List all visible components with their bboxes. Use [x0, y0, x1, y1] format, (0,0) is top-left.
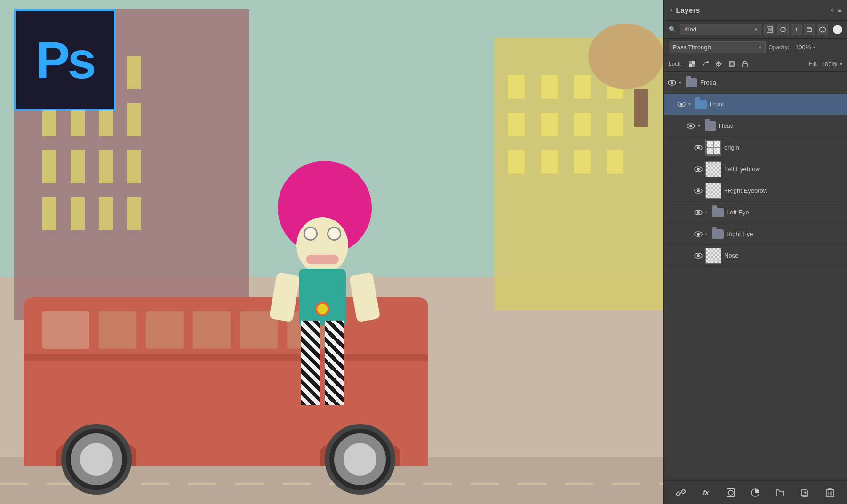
- svg-point-19: [697, 146, 700, 149]
- photoshop-logo: Ps: [14, 9, 115, 110]
- filter-kind-label: Kind: [684, 26, 696, 33]
- char-head: [296, 217, 348, 274]
- layer-row-right-eye[interactable]: › Right Eye: [664, 223, 847, 245]
- filter-bar: 🔍 Kind ▾ T: [664, 21, 847, 39]
- filter-adjustment-btn[interactable]: [777, 24, 789, 35]
- layer-row-freda[interactable]: ▾ Freda: [664, 72, 847, 94]
- layer-name-right-eyebrow: +Right Eyebrow: [724, 187, 767, 194]
- layers-list[interactable]: ▾ Freda ▾ Front ▾ Head: [664, 72, 847, 480]
- filter-smart-btn[interactable]: [817, 24, 828, 35]
- folder-icon-front: [695, 100, 707, 109]
- blend-dropdown-arrow: ▾: [759, 45, 761, 50]
- visibility-left-eye[interactable]: [693, 209, 703, 216]
- expand-front[interactable]: ▾: [688, 102, 694, 107]
- visibility-front[interactable]: [676, 101, 687, 108]
- layer-row-front[interactable]: ▾ Front: [664, 94, 847, 115]
- svg-point-27: [697, 233, 700, 236]
- panel-double-arrow[interactable]: »: [831, 7, 834, 14]
- add-layer-style-btn[interactable]: fx: [699, 486, 712, 499]
- lock-label: Lock:: [669, 61, 682, 67]
- new-adjustment-layer-btn[interactable]: [749, 486, 762, 499]
- visibility-origin[interactable]: [693, 144, 703, 151]
- char-arm-left: [269, 272, 301, 322]
- folder-icon-left-eye: [712, 208, 724, 217]
- svg-point-23: [697, 189, 700, 192]
- svg-point-29: [697, 254, 700, 257]
- layer-name-left-eyebrow: Left Eyebrow: [724, 165, 760, 173]
- lock-artboard-btn[interactable]: [727, 59, 737, 69]
- character-freda: [273, 161, 376, 480]
- filter-dropdown-arrow: ▾: [755, 27, 757, 32]
- opacity-value[interactable]: 100%: [791, 44, 811, 51]
- svg-rect-11: [743, 63, 747, 67]
- panel-close-btn[interactable]: ×: [670, 7, 673, 14]
- add-mask-btn[interactable]: [724, 486, 737, 499]
- blend-mode-dropdown[interactable]: Pass Through ▾: [669, 41, 766, 53]
- layer-name-origin: origin: [724, 144, 739, 151]
- layer-name-left-eye: Left Eye: [727, 209, 749, 216]
- svg-rect-3: [807, 28, 812, 32]
- visibility-left-eyebrow[interactable]: [693, 166, 703, 173]
- filter-icons-group: T: [764, 24, 828, 35]
- lock-checkerboard-btn[interactable]: [687, 59, 697, 69]
- filter-pixel-btn[interactable]: [764, 24, 775, 35]
- panel-header: × Layers » ≡: [664, 0, 847, 21]
- expand-left-eye[interactable]: ›: [705, 210, 711, 215]
- fill-arrow[interactable]: ▾: [840, 62, 842, 67]
- svg-rect-4: [689, 61, 692, 64]
- layer-row-right-eyebrow[interactable]: +Right Eyebrow: [664, 180, 847, 202]
- filter-type-btn[interactable]: T: [791, 24, 802, 35]
- filter-kind-dropdown[interactable]: Kind ▾: [680, 24, 761, 35]
- fx-label: fx: [703, 489, 709, 496]
- svg-point-21: [697, 168, 700, 171]
- layer-row-origin[interactable]: origin: [664, 137, 847, 158]
- tree-foliage: [588, 24, 663, 89]
- lock-move-btn[interactable]: [713, 59, 724, 69]
- blend-mode-label: Pass Through: [673, 44, 711, 51]
- layer-name-freda: Freda: [700, 79, 716, 86]
- expand-freda[interactable]: ▾: [679, 80, 685, 85]
- char-body: [299, 269, 346, 325]
- svg-rect-10: [730, 63, 733, 65]
- layer-name-front: Front: [710, 101, 724, 108]
- layer-name-head: Head: [719, 122, 734, 129]
- filter-toggle-btn[interactable]: [833, 25, 842, 34]
- filter-shape-btn[interactable]: [804, 24, 815, 35]
- blend-mode-bar: Pass Through ▾ Opacity: 100% ▾: [664, 39, 847, 56]
- fill-label: Fill:: [809, 61, 818, 67]
- layer-row-head[interactable]: ▾ Head: [664, 115, 847, 137]
- visibility-nose[interactable]: [693, 252, 703, 259]
- new-layer-btn[interactable]: [799, 486, 812, 499]
- char-legs: [301, 321, 344, 405]
- tree-trunk: [634, 89, 648, 127]
- visibility-head[interactable]: [686, 123, 696, 129]
- char-leg-right: [325, 321, 344, 405]
- opacity-arrow[interactable]: ▾: [813, 45, 815, 50]
- new-group-btn[interactable]: [774, 486, 787, 499]
- visibility-right-eyebrow[interactable]: [693, 188, 703, 194]
- svg-point-8: [707, 61, 709, 63]
- opacity-label: Opacity:: [768, 44, 789, 51]
- folder-icon-right-eye: [712, 229, 724, 239]
- search-icon: 🔍: [669, 26, 676, 33]
- layers-panel: × Layers » ≡ 🔍 Kind ▾ T: [663, 0, 847, 504]
- svg-point-13: [671, 81, 673, 84]
- lock-paint-btn[interactable]: [700, 59, 711, 69]
- fill-value[interactable]: 100%: [822, 61, 837, 68]
- layer-name-right-eye: Right Eye: [727, 230, 753, 237]
- visibility-freda[interactable]: [667, 79, 677, 86]
- opacity-group: Opacity: 100% ▾: [768, 44, 842, 51]
- layer-row-left-eyebrow[interactable]: Left Eyebrow: [664, 158, 847, 180]
- panel-menu-icon[interactable]: ≡: [838, 7, 841, 14]
- folder-icon-head: [705, 121, 716, 131]
- lock-all-btn[interactable]: [740, 59, 750, 69]
- visibility-right-eye[interactable]: [693, 231, 703, 237]
- delete-layer-btn[interactable]: [823, 486, 837, 499]
- expand-right-eye[interactable]: ›: [705, 231, 711, 236]
- svg-rect-1: [768, 28, 772, 32]
- layer-row-nose[interactable]: Nose: [664, 245, 847, 267]
- layer-row-left-eye[interactable]: › Left Eye: [664, 202, 847, 223]
- expand-head[interactable]: ▾: [698, 123, 703, 128]
- tree: [619, 24, 663, 127]
- link-layers-btn[interactable]: [674, 486, 687, 499]
